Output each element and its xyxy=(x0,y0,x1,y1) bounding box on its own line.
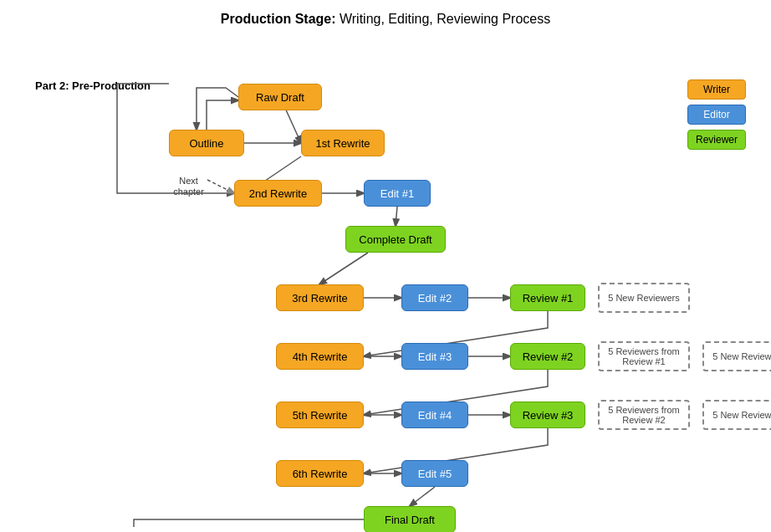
db3-dashed: 5 New Reviewers xyxy=(702,341,771,371)
legend-writer-box: Writer xyxy=(687,79,746,100)
legend-editor: Editor xyxy=(687,105,746,125)
complete-draft-box: Complete Draft xyxy=(345,226,446,253)
raw-draft-box: Raw Draft xyxy=(238,84,322,110)
pre-production-label: Part 2: Pre-Production xyxy=(35,79,151,92)
legend-reviewer-box: Reviewer xyxy=(687,130,746,150)
legend-reviewer: Reviewer xyxy=(687,130,746,150)
1st-rewrite-box: 1st Rewrite xyxy=(301,130,385,156)
review2-box: Review #2 xyxy=(510,343,585,370)
next-chapter-label: Nextchapter xyxy=(166,176,212,197)
edit2-box: Edit #2 xyxy=(401,284,468,311)
edit4-box: Edit #4 xyxy=(401,402,468,428)
6th-rewrite-box: 6th Rewrite xyxy=(276,460,364,487)
5th-rewrite-box: 5th Rewrite xyxy=(276,402,364,428)
page-title: Production Stage: Writing, Editing, Revi… xyxy=(0,0,771,33)
legend-writer: Writer xyxy=(687,79,746,100)
diagram-area: Writer Editor Reviewer Part 2: Pre-Produ… xyxy=(0,33,771,527)
final-draft-box: Final Draft xyxy=(364,506,456,532)
3rd-rewrite-box: 3rd Rewrite xyxy=(276,284,364,311)
4th-rewrite-box: 4th Rewrite xyxy=(276,343,364,370)
arrows-svg xyxy=(0,33,771,527)
edit3-box: Edit #3 xyxy=(401,343,468,370)
legend-editor-box: Editor xyxy=(687,105,746,125)
review1-box: Review #1 xyxy=(510,284,585,311)
db4-dashed: 5 Reviewers from Review #2 xyxy=(598,400,690,430)
outline-box: Outline xyxy=(169,130,244,156)
edit1-box: Edit #1 xyxy=(364,180,431,207)
db2-dashed: 5 Reviewers from Review #1 xyxy=(598,341,690,371)
legend: Writer Editor Reviewer xyxy=(687,79,746,155)
edit5-box: Edit #5 xyxy=(401,460,468,487)
db1-dashed: 5 New Reviewers xyxy=(598,283,690,313)
db5-dashed: 5 New Reviewers xyxy=(702,400,771,430)
2nd-rewrite-box: 2nd Rewrite xyxy=(234,180,322,207)
review3-box: Review #3 xyxy=(510,402,585,428)
